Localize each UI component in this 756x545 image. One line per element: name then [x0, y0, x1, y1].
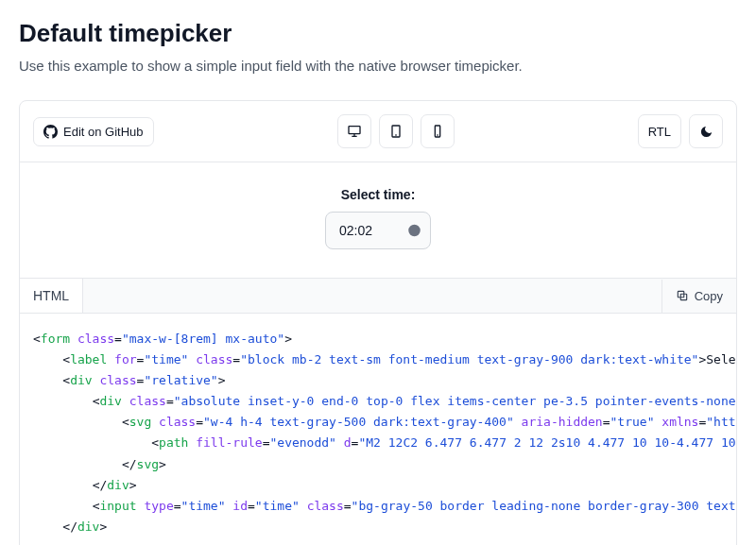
clock-icon: [407, 224, 421, 238]
viewport-buttons: [337, 114, 455, 148]
copy-label: Copy: [695, 289, 723, 303]
edit-on-github-button[interactable]: Edit on GitHub: [33, 117, 154, 146]
example-toolbar: Edit on GitHub RTL: [20, 101, 736, 162]
rtl-label: RTL: [648, 125, 671, 139]
mobile-icon: [430, 124, 445, 139]
desktop-view-button[interactable]: [337, 114, 371, 148]
rtl-toggle-button[interactable]: RTL: [638, 114, 681, 148]
code-tab-bar: HTML Copy: [20, 278, 736, 314]
toolbar-right: RTL: [638, 114, 723, 148]
code-block: <form class="max-w-[8rem] mx-auto"> <lab…: [20, 314, 736, 545]
edit-on-github-label: Edit on GitHub: [63, 125, 144, 139]
section-description: Use this example to show a simple input …: [19, 58, 737, 74]
copy-button[interactable]: Copy: [662, 280, 736, 313]
tablet-view-button[interactable]: [379, 114, 413, 148]
svg-rect-0: [349, 127, 360, 134]
section-heading: Default timepicker: [19, 19, 737, 48]
time-label: Select time:: [341, 187, 416, 202]
tab-html[interactable]: HTML: [20, 279, 83, 313]
desktop-icon: [347, 124, 362, 139]
moon-icon: [699, 125, 713, 139]
tablet-icon: [388, 124, 404, 139]
github-icon: [43, 125, 58, 139]
time-field-wrapper: [325, 212, 431, 249]
preview-area: Select time:: [20, 162, 736, 278]
dark-mode-toggle-button[interactable]: [689, 114, 723, 148]
copy-icon: [676, 289, 689, 302]
mobile-view-button[interactable]: [421, 114, 455, 148]
example-panel: Edit on GitHub RTL: [19, 100, 737, 545]
